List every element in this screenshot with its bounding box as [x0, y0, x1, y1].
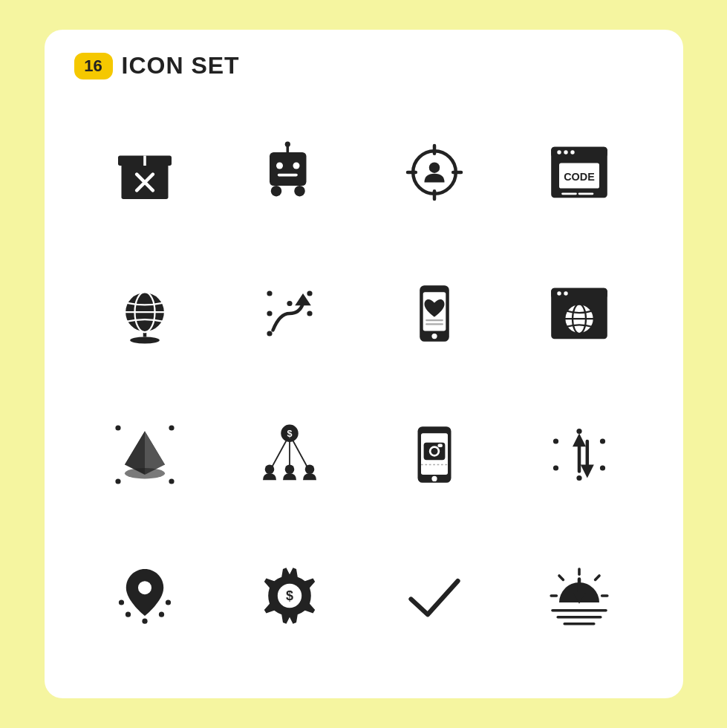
icon-count-badge: 16	[74, 53, 113, 79]
svg-point-8	[276, 163, 283, 169]
svg-point-35	[267, 311, 272, 316]
route-direction-icon	[219, 243, 360, 384]
svg-point-92	[142, 619, 147, 624]
checkmark-icon	[364, 525, 505, 666]
svg-point-88	[118, 599, 123, 605]
svg-point-36	[267, 331, 272, 336]
svg-point-72	[431, 476, 437, 481]
svg-point-54	[115, 425, 120, 430]
svg-point-67	[264, 465, 274, 475]
svg-point-56	[169, 425, 174, 430]
svg-point-9	[293, 163, 299, 169]
3d-shape-icon	[74, 384, 215, 525]
svg-rect-5	[270, 152, 307, 186]
sunset-download-icon	[509, 525, 650, 666]
svg-marker-85	[573, 433, 586, 446]
svg-text:$: $	[285, 588, 293, 603]
svg-point-91	[158, 612, 163, 617]
svg-point-43	[431, 334, 437, 339]
svg-point-7	[294, 186, 304, 196]
svg-point-48	[557, 291, 561, 295]
svg-point-55	[115, 478, 120, 484]
svg-line-99	[559, 576, 563, 579]
svg-text:$: $	[287, 429, 292, 439]
svg-rect-12	[277, 174, 297, 177]
svg-point-82	[576, 429, 581, 434]
page-title: ICON SET	[122, 52, 240, 79]
mobile-heart-icon	[364, 243, 505, 384]
svg-point-69	[304, 465, 314, 475]
svg-point-83	[576, 475, 581, 481]
svg-point-11	[284, 142, 290, 147]
svg-point-37	[287, 301, 292, 306]
svg-point-49	[564, 291, 567, 295]
svg-point-34	[267, 290, 272, 296]
web-globe-icon	[509, 243, 650, 384]
svg-point-39	[307, 311, 312, 316]
camera-phone-icon	[364, 384, 505, 525]
crowd-dollar-icon: $	[219, 384, 360, 525]
svg-point-57	[169, 478, 174, 484]
svg-marker-87	[580, 465, 593, 478]
gear-dollar-icon: $	[219, 525, 360, 666]
svg-point-90	[125, 612, 130, 617]
code-window-icon: CODE	[509, 102, 650, 243]
svg-point-6	[270, 186, 281, 196]
svg-point-79	[599, 438, 604, 443]
location-pin-icon	[74, 525, 215, 666]
svg-point-93	[138, 581, 151, 594]
svg-point-23	[570, 150, 574, 154]
globe-stand-icon	[74, 243, 215, 384]
svg-point-28	[130, 337, 160, 344]
delete-box-icon	[74, 102, 215, 243]
svg-point-75	[431, 448, 437, 455]
svg-point-61	[125, 468, 165, 478]
svg-point-22	[564, 150, 567, 154]
transfer-arrows-icon	[509, 384, 650, 525]
svg-point-68	[284, 465, 294, 475]
header: 16 ICON SET	[74, 52, 240, 79]
svg-point-89	[165, 599, 170, 605]
target-user-icon	[364, 102, 505, 243]
svg-line-100	[595, 576, 599, 579]
svg-point-80	[552, 465, 558, 470]
svg-text:CODE: CODE	[564, 171, 595, 183]
svg-point-78	[552, 438, 558, 443]
svg-point-18	[428, 163, 439, 173]
svg-point-21	[557, 150, 561, 154]
icon-grid: CODE	[74, 102, 653, 666]
robot-cart-icon	[219, 102, 360, 243]
svg-point-38	[307, 290, 312, 296]
main-card: 16 ICON SET	[45, 30, 683, 698]
svg-rect-76	[437, 444, 442, 448]
svg-point-81	[599, 465, 604, 470]
